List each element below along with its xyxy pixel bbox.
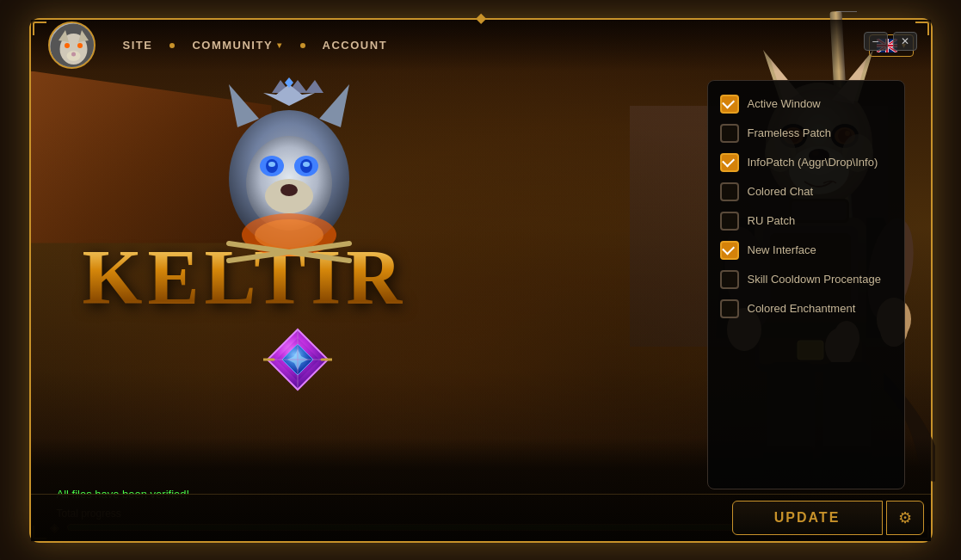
nav-separator-2	[300, 43, 305, 48]
logo[interactable]	[48, 22, 95, 69]
checkbox-frameless-patch[interactable]	[720, 124, 739, 143]
svg-marker-9	[272, 80, 323, 93]
checkbox-active-window[interactable]	[720, 95, 739, 114]
wolf-emblem	[203, 76, 375, 274]
svg-point-7	[71, 52, 76, 57]
launcher-window: ◆	[29, 18, 933, 543]
settings-label-frameless-patch: Frameless Patch	[748, 126, 832, 139]
settings-item-colored-chat[interactable]: Colored Chat	[720, 182, 892, 201]
settings-label-colored-enchantment: Colored Enchantment	[748, 302, 856, 315]
settings-item-new-interface[interactable]: New Interface	[720, 241, 892, 260]
settings-label-skill-cooldown: Skill Cooldown Procentage	[748, 273, 881, 286]
checkbox-colored-enchantment[interactable]	[720, 299, 739, 318]
svg-point-4	[65, 43, 70, 48]
action-bar: UPDATE ⚙	[31, 494, 931, 541]
update-button[interactable]: UPDATE	[732, 501, 883, 535]
svg-point-5	[77, 43, 83, 48]
settings-label-ru-patch: RU Patch	[748, 214, 796, 227]
corner-decoration-tr	[915, 22, 929, 35]
checkbox-colored-chat[interactable]	[720, 182, 739, 201]
nav-community[interactable]: COMMUNITY ▾	[182, 34, 293, 57]
svg-point-18	[268, 162, 275, 167]
minimize-button[interactable]: –	[864, 32, 888, 51]
checkbox-infopatch[interactable]	[720, 153, 739, 172]
svg-marker-14	[319, 84, 349, 127]
community-dropdown-arrow: ▾	[277, 40, 283, 50]
checkbox-skill-cooldown[interactable]	[720, 270, 739, 289]
window-controls: – ✕	[864, 32, 917, 51]
svg-point-25	[255, 219, 323, 250]
svg-marker-11	[285, 77, 293, 88]
settings-item-ru-patch[interactable]: RU Patch	[720, 212, 892, 231]
close-button[interactable]: ✕	[893, 32, 917, 51]
logo-wolf-icon	[50, 23, 94, 67]
settings-item-active-window[interactable]: Active Window	[720, 95, 892, 114]
navbar: SITE COMMUNITY ▾ ACCOUNT	[31, 20, 931, 71]
settings-item-colored-enchantment[interactable]: Colored Enchantment	[720, 299, 892, 318]
gem-ornament	[263, 325, 332, 397]
settings-label-new-interface: New Interface	[748, 243, 816, 256]
settings-item-skill-cooldown[interactable]: Skill Cooldown Procentage	[720, 270, 892, 289]
svg-point-23	[280, 184, 298, 196]
settings-item-infopatch[interactable]: InfoPatch (Aggr\Drop\Info)	[720, 153, 892, 172]
settings-panel: Active WindowFrameless PatchInfoPatch (A…	[707, 80, 905, 489]
settings-item-frameless-patch[interactable]: Frameless Patch	[720, 124, 892, 143]
nav-account[interactable]: ACCOUNT	[312, 34, 398, 57]
nav-separator-1	[169, 43, 175, 48]
settings-gear-button[interactable]: ⚙	[886, 501, 924, 535]
settings-label-active-window: Active Window	[748, 97, 821, 110]
settings-label-colored-chat: Colored Chat	[748, 185, 814, 198]
checkbox-new-interface[interactable]	[720, 241, 739, 260]
nav-links: SITE COMMUNITY ▾ ACCOUNT	[113, 34, 869, 57]
nav-site[interactable]: SITE	[113, 34, 163, 57]
checkbox-ru-patch[interactable]	[720, 212, 739, 231]
top-ornament-icon: ◆	[476, 9, 486, 26]
settings-label-infopatch: InfoPatch (Aggr\Drop\Info)	[748, 156, 878, 169]
svg-marker-13	[229, 84, 259, 127]
corner-decoration-tl	[33, 22, 46, 35]
svg-point-21	[303, 162, 310, 167]
